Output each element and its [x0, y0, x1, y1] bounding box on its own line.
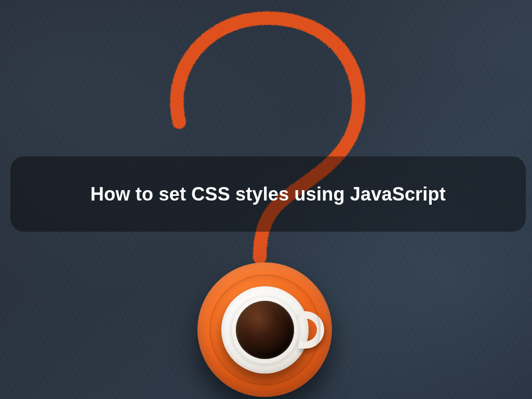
coffee-saucer — [197, 262, 332, 397]
question-mark-icon — [156, 5, 374, 275]
cup-handle — [298, 311, 324, 349]
coffee-liquid — [236, 301, 294, 359]
page-title: How to set CSS styles using JavaScript — [90, 183, 446, 205]
cup-rim — [231, 296, 299, 364]
title-banner: How to set CSS styles using JavaScript — [10, 156, 526, 232]
coffee-cup — [221, 286, 309, 374]
